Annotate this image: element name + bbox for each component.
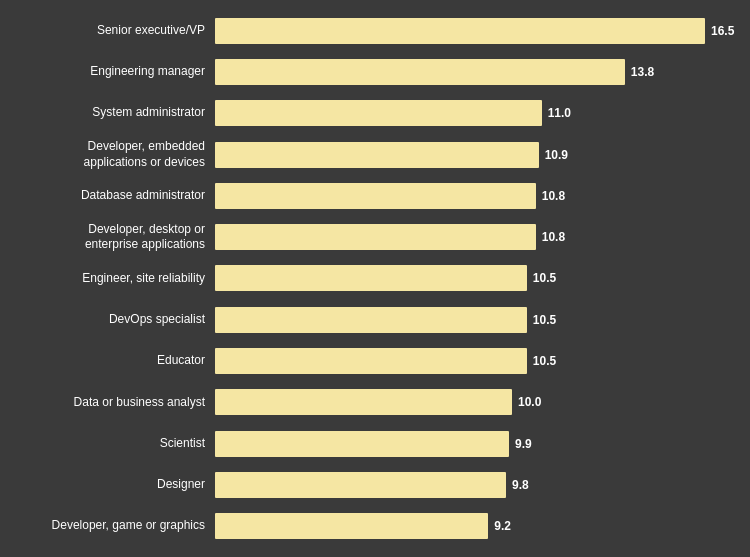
bar-row: Engineering manager13.8 (10, 53, 730, 91)
bar-label: DevOps specialist (10, 312, 215, 328)
bar-track: 10.5 (215, 265, 730, 291)
bar-track: 9.8 (215, 472, 730, 498)
bar-row: DevOps specialist10.5 (10, 301, 730, 339)
bar-value: 10.9 (545, 148, 568, 162)
bar-row: Engineer, site reliability10.5 (10, 259, 730, 297)
bar-fill (215, 307, 527, 333)
bar-row: Database administrator10.8 (10, 177, 730, 215)
bar-value: 11.0 (548, 106, 571, 120)
bar-value: 16.5 (711, 24, 734, 38)
bar-label: Developer, embeddedapplications or devic… (10, 139, 215, 170)
bar-row: Developer, game or graphics9.2 (10, 507, 730, 545)
bar-fill (215, 472, 506, 498)
bar-track: 10.5 (215, 307, 730, 333)
bar-value: 9.8 (512, 478, 529, 492)
bar-row: Scientist9.9 (10, 425, 730, 463)
bar-label: Developer, game or graphics (10, 518, 215, 534)
bar-label: Data or business analyst (10, 395, 215, 411)
bar-fill (215, 18, 705, 44)
bar-track: 10.8 (215, 224, 730, 250)
bar-track: 16.5 (215, 18, 734, 44)
bar-row: Educator10.5 (10, 342, 730, 380)
bar-label: Database administrator (10, 188, 215, 204)
bar-row: System administrator11.0 (10, 94, 730, 132)
bar-fill (215, 142, 539, 168)
bar-value: 10.5 (533, 271, 556, 285)
bar-fill (215, 431, 509, 457)
bar-label: Developer, desktop orenterprise applicat… (10, 222, 215, 253)
bar-value: 10.0 (518, 395, 541, 409)
bar-value: 10.5 (533, 354, 556, 368)
bar-chart: Senior executive/VP16.5Engineering manag… (0, 0, 750, 557)
bar-value: 9.2 (494, 519, 511, 533)
bar-fill (215, 513, 488, 539)
bar-fill (215, 100, 542, 126)
bar-fill (215, 224, 536, 250)
bar-fill (215, 389, 512, 415)
bar-track: 9.2 (215, 513, 730, 539)
bar-label: Educator (10, 353, 215, 369)
bar-track: 11.0 (215, 100, 730, 126)
bar-track: 9.9 (215, 431, 730, 457)
bar-track: 10.9 (215, 142, 730, 168)
bar-label: System administrator (10, 105, 215, 121)
bar-track: 10.5 (215, 348, 730, 374)
bar-track: 10.8 (215, 183, 730, 209)
bar-value: 10.8 (542, 230, 565, 244)
bar-value: 10.5 (533, 313, 556, 327)
bar-label: Scientist (10, 436, 215, 452)
bar-label: Engineer, site reliability (10, 271, 215, 287)
bar-fill (215, 183, 536, 209)
bar-value: 9.9 (515, 437, 532, 451)
bar-track: 13.8 (215, 59, 730, 85)
bar-row: Data or business analyst10.0 (10, 383, 730, 421)
bar-label: Designer (10, 477, 215, 493)
bar-value: 13.8 (631, 65, 654, 79)
bar-row: Developer, embeddedapplications or devic… (10, 136, 730, 174)
bar-row: Developer, desktop orenterprise applicat… (10, 218, 730, 256)
bar-label: Senior executive/VP (10, 23, 215, 39)
bar-fill (215, 59, 625, 85)
bar-track: 10.0 (215, 389, 730, 415)
bar-fill (215, 265, 527, 291)
bar-value: 10.8 (542, 189, 565, 203)
bar-row: Senior executive/VP16.5 (10, 12, 730, 50)
bar-row: Designer9.8 (10, 466, 730, 504)
bar-fill (215, 348, 527, 374)
bar-label: Engineering manager (10, 64, 215, 80)
